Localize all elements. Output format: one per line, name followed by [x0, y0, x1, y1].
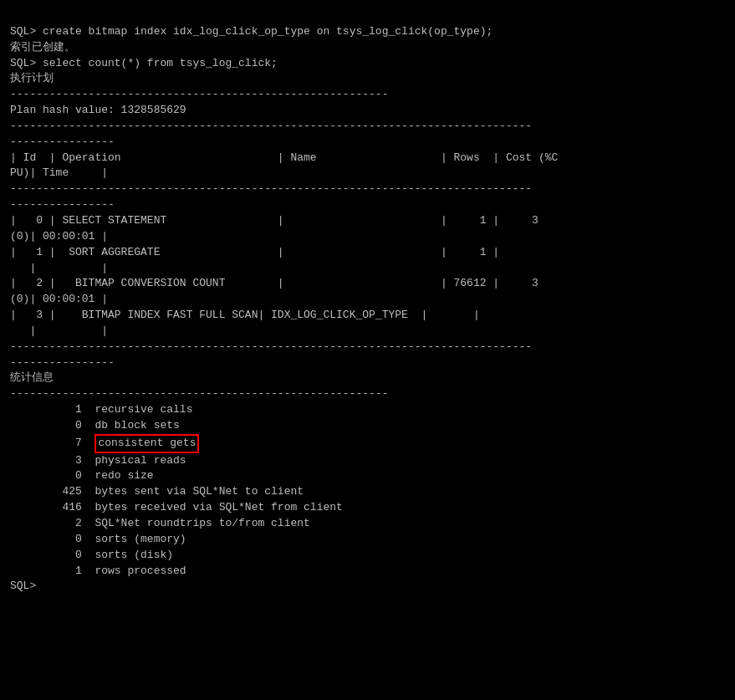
terminal-line: 0 sorts (memory) [10, 532, 725, 548]
terminal-line: 3 physical reads [10, 453, 725, 469]
terminal-line: 执行计划 [10, 71, 725, 87]
terminal-line: ----------------------------------------… [10, 386, 725, 402]
terminal-line: SQL> select count(*) from tsys_log_click… [10, 56, 725, 72]
terminal-line: PU)| Time | [10, 166, 725, 181]
terminal-line: 7 consistent gets [10, 434, 725, 453]
terminal-line: SQL> create bitmap index idx_log_click_o… [10, 24, 725, 40]
terminal-line: 2 SQL*Net roundtrips to/from client [10, 516, 725, 532]
terminal-line: | | [10, 261, 725, 277]
terminal-line: (0)| 00:00:01 | [10, 229, 725, 245]
terminal-line: ----------------------------------------… [10, 119, 725, 135]
terminal-line: 425 bytes sent via SQL*Net to client [10, 484, 725, 500]
terminal-line: ----------------------------------------… [10, 181, 725, 197]
terminal-line: ----------------------------------------… [10, 340, 725, 355]
terminal-line: 1 rows processed [10, 564, 725, 580]
terminal-line: | 3 | BITMAP INDEX FAST FULL SCAN| IDX_L… [10, 308, 725, 324]
terminal-line: | 1 | SORT AGGREGATE | | 1 | [10, 245, 725, 261]
terminal-line: ----------------------------------------… [10, 87, 725, 103]
terminal-line: SQL> [10, 579, 725, 595]
terminal-line: (0)| 00:00:01 | [10, 292, 725, 308]
terminal-line: | | [10, 324, 725, 340]
terminal-line: Plan hash value: 1328585629 [10, 103, 725, 119]
terminal-line: 0 sorts (disk) [10, 548, 725, 564]
terminal-output: SQL> create bitmap index idx_log_click_o… [10, 8, 725, 595]
terminal-line: 0 redo size [10, 468, 725, 484]
terminal-line: ---------------- [10, 135, 725, 151]
terminal-line: 1 recursive calls [10, 402, 725, 418]
highlighted-stat: consistent gets [94, 434, 199, 453]
terminal-line: | 0 | SELECT STATEMENT | | 1 | 3 [10, 213, 725, 229]
terminal-line: 0 db block sets [10, 418, 725, 434]
terminal-line: | 2 | BITMAP CONVERSION COUNT | | 76612 … [10, 276, 725, 292]
terminal-line: ---------------- [10, 355, 725, 371]
terminal-line: 统计信息 [10, 370, 725, 386]
terminal-line: 416 bytes received via SQL*Net from clie… [10, 500, 725, 516]
terminal-line: ---------------- [10, 197, 725, 213]
terminal-line: | Id | Operation | Name | Rows | Cost (%… [10, 151, 725, 166]
terminal-line: 索引已创建。 [10, 40, 725, 56]
